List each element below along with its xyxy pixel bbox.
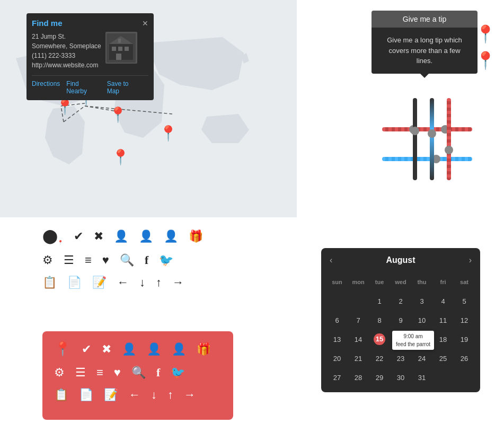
directions-button[interactable]: Directions xyxy=(32,80,60,95)
cal-day-21[interactable]: 21 xyxy=(348,349,369,368)
cal-day-20[interactable]: 20 xyxy=(326,349,348,368)
doc-icon-red[interactable]: 📄 xyxy=(79,388,93,402)
cal-day-10[interactable]: 10 xyxy=(411,311,432,330)
cal-day-9[interactable]: 9 xyxy=(390,311,411,330)
hamburger-menu-icon-red[interactable]: ☰ xyxy=(75,366,86,380)
v-handle-blue[interactable] xyxy=(428,129,436,138)
cal-day-8[interactable]: 8 xyxy=(369,311,390,330)
v-handle-dark[interactable] xyxy=(411,127,419,135)
settings-gear-icon[interactable]: ⚙ xyxy=(42,253,53,267)
doc-icon[interactable]: 📄 xyxy=(67,276,82,289)
cal-day-30[interactable]: 30 xyxy=(390,368,411,387)
cal-day-7[interactable]: 7 xyxy=(348,311,369,330)
cal-day-29[interactable]: 29 xyxy=(369,368,390,387)
map-pin-3[interactable]: 📍 xyxy=(109,106,127,124)
search-icon-red[interactable]: 🔍 xyxy=(131,366,146,380)
cal-day-empty xyxy=(326,292,348,311)
checkmark-icon[interactable]: ✔ xyxy=(74,230,83,243)
arrow-up-icon[interactable]: ↑ xyxy=(156,276,162,289)
facebook-icon-red[interactable]: f xyxy=(156,366,160,380)
cal-day-26[interactable]: 26 xyxy=(454,349,475,368)
list-icon[interactable]: ≡ xyxy=(85,253,92,267)
gift-icon-red[interactable]: 🎁 xyxy=(197,342,211,356)
map-pin-1[interactable]: 📍 xyxy=(56,98,74,116)
cal-day-28[interactable]: 28 xyxy=(348,368,369,387)
map-pin-4[interactable]: 📍 xyxy=(159,125,178,142)
tooltip-arrow xyxy=(420,74,429,78)
twitter-icon-red[interactable]: 🐦 xyxy=(171,366,185,380)
v-slider-red xyxy=(447,98,451,180)
cal-day-24[interactable]: 24 xyxy=(411,349,432,368)
calendar: ‹ August › sun mon tue wed thu fri sat 1… xyxy=(321,248,480,392)
cal-day-5[interactable]: 5 xyxy=(454,292,475,311)
cal-day-2[interactable]: 2 xyxy=(390,292,411,311)
cal-day-25[interactable]: 25 xyxy=(432,349,454,368)
settings-gear-icon-red[interactable]: ⚙ xyxy=(54,366,65,380)
v-track-red[interactable] xyxy=(447,98,451,180)
cal-day-18[interactable]: 18 xyxy=(432,330,454,349)
hamburger-menu-icon[interactable]: ☰ xyxy=(64,253,74,267)
person-icon[interactable]: 👤 xyxy=(114,230,128,243)
heart-icon[interactable]: ♥ xyxy=(102,253,109,267)
person-icon-red[interactable]: 👤 xyxy=(122,342,136,356)
cal-day-1[interactable]: 1 xyxy=(369,292,390,311)
find-nearby-button[interactable]: Find Nearby xyxy=(66,80,100,95)
pin-red-right[interactable]: 📍 xyxy=(475,50,496,70)
tooltip-header[interactable]: Give me a tip xyxy=(372,11,478,28)
doc-plus-icon-red[interactable]: 📝 xyxy=(104,388,118,402)
person-minus-icon[interactable]: 👤 xyxy=(139,230,153,243)
doc-left-icon[interactable]: 📋 xyxy=(42,276,57,289)
day-header-thu: thu xyxy=(411,272,432,292)
person-plus-icon[interactable]: 👤 xyxy=(164,230,178,243)
map-pin-5[interactable]: 📍 xyxy=(111,148,130,166)
list-icon-red[interactable]: ≡ xyxy=(96,366,103,380)
search-icon[interactable]: 🔍 xyxy=(120,253,134,267)
pin-blue-right[interactable]: 📍 xyxy=(475,24,496,44)
close-x-icon[interactable]: ✖ xyxy=(94,230,103,243)
cal-day-12[interactable]: 12 xyxy=(454,311,475,330)
cal-day-22[interactable]: 22 xyxy=(369,349,390,368)
save-to-map-button[interactable]: Save to Map xyxy=(107,80,142,95)
cal-day-3[interactable]: 3 xyxy=(411,292,432,311)
cal-day-13[interactable]: 13 xyxy=(326,330,348,349)
today-indicator[interactable]: 15 xyxy=(374,333,385,345)
person-plus-icon-red[interactable]: 👤 xyxy=(172,342,186,356)
v-track-dark[interactable] xyxy=(413,98,417,180)
gift-icon[interactable]: 🎁 xyxy=(189,230,203,243)
heart-icon-red[interactable]: ♥ xyxy=(114,366,121,380)
cal-day-23[interactable]: 23 xyxy=(390,349,411,368)
arrow-right-icon-red[interactable]: → xyxy=(184,388,196,402)
arrow-left-icon-red[interactable]: ← xyxy=(129,388,140,402)
icon-row-red-3: 📋 📄 📝 ← ↓ ↑ → xyxy=(54,388,222,402)
v-track-blue-grad[interactable] xyxy=(430,98,434,180)
cal-day-15[interactable]: 159:00 amfeed the parrot xyxy=(369,330,390,349)
popup-text: 21 Jump St. Somewhere, Someplace (111) 2… xyxy=(32,32,101,70)
location-pin-icon[interactable]: ⬤📍 xyxy=(42,228,63,245)
doc-left-icon-red[interactable]: 📋 xyxy=(54,388,68,402)
location-pin-icon-red[interactable]: 📍 xyxy=(54,341,71,357)
cal-day-4[interactable]: 4 xyxy=(432,292,454,311)
cal-day-6[interactable]: 6 xyxy=(326,311,348,330)
arrow-down-icon[interactable]: ↓ xyxy=(139,276,145,289)
v-handle-red[interactable] xyxy=(445,146,453,154)
twitter-icon[interactable]: 🐦 xyxy=(159,253,173,267)
checkmark-icon-red[interactable]: ✔ xyxy=(82,342,91,356)
close-button[interactable]: ✕ xyxy=(142,19,148,28)
arrow-left-icon[interactable]: ← xyxy=(117,276,129,289)
calendar-prev-button[interactable]: ‹ xyxy=(330,255,332,265)
cal-day-19[interactable]: 19 xyxy=(454,330,475,349)
arrow-down-icon-red[interactable]: ↓ xyxy=(151,388,157,402)
calendar-next-button[interactable]: › xyxy=(469,255,472,265)
cal-day-14[interactable]: 14 xyxy=(348,330,369,349)
cal-day-31[interactable]: 31 xyxy=(411,368,432,387)
arrow-up-icon-red[interactable]: ↑ xyxy=(167,388,173,402)
facebook-icon[interactable]: f xyxy=(145,253,148,267)
svg-rect-7 xyxy=(112,47,116,51)
cal-day-11[interactable]: 11 xyxy=(432,311,454,330)
arrow-right-icon[interactable]: → xyxy=(172,276,184,289)
person-minus-icon-red[interactable]: 👤 xyxy=(147,342,161,356)
close-x-icon-red[interactable]: ✖ xyxy=(102,342,111,356)
doc-plus-icon[interactable]: 📝 xyxy=(92,276,107,289)
icon-row-2: ⚙ ☰ ≡ ♥ 🔍 f 🐦 xyxy=(42,253,223,267)
cal-day-27[interactable]: 27 xyxy=(326,368,348,387)
